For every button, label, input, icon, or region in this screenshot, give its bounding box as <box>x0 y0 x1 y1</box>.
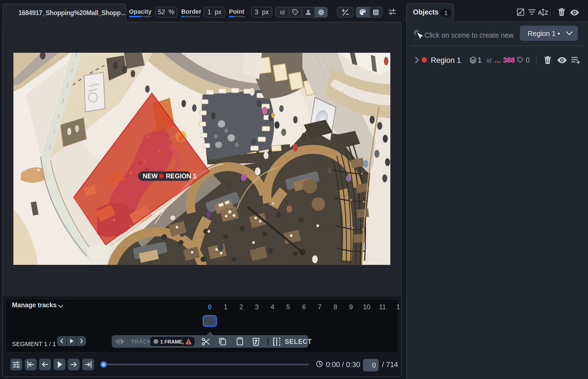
svg-text:Z: Z <box>544 9 548 16</box>
svg-text:NEW: NEW <box>143 172 158 180</box>
svg-text:REGION 1: REGION 1 <box>166 172 197 180</box>
svg-text:A: A <box>538 9 542 16</box>
